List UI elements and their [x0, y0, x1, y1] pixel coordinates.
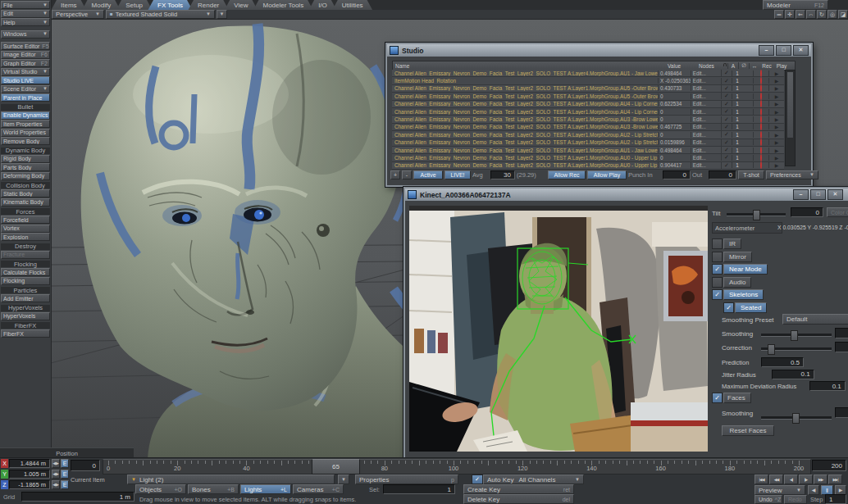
play-toggle[interactable]: ▶ — [768, 148, 784, 153]
nodes-edit-link[interactable]: Edit... — [691, 109, 710, 115]
smoothing-value-field[interactable]: 50 — [835, 328, 848, 338]
record-toggle[interactable] — [753, 93, 768, 99]
sidebar-item-surface-editor[interactable]: Surface EditorF5 — [1, 42, 50, 50]
nodes-edit-link[interactable]: Edit... — [691, 116, 710, 122]
play-toggle[interactable]: ▶ — [768, 116, 784, 122]
sidebar-item-graph-editor[interactable]: Graph EditorF2 — [1, 59, 50, 67]
minimize-icon[interactable]: – — [759, 45, 774, 56]
active-checkmark[interactable]: ✓ — [721, 139, 732, 146]
sidebar-item-file[interactable]: File▼ — [1, 1, 50, 9]
modeler-button[interactable]: ModelerF12 — [763, 0, 828, 10]
move-icon[interactable]: ✛ — [785, 10, 795, 19]
nodes-edit-link[interactable]: Edit... — [691, 162, 710, 168]
sidebar-item-world-properties[interactable]: World Properties — [1, 129, 50, 137]
kinect-titlebar[interactable]: Kinect_A00366A06472137A – □ ✕ — [405, 188, 848, 201]
footer-button--[interactable]: - — [402, 170, 412, 179]
sidebar-item-help[interactable]: Help▼ — [1, 18, 50, 26]
active-checkmark[interactable]: ✓ — [721, 70, 732, 76]
pan-left-icon[interactable]: ⇐ — [796, 10, 805, 19]
position-z-field[interactable]: -1.1865 m — [9, 480, 50, 489]
table-row[interactable]: Channel Alien_Emissary_Nevron_Demo_Facia… — [392, 116, 784, 123]
sidebar-item-image-editor[interactable]: Image EditorF6 — [1, 51, 50, 59]
minimize-icon[interactable]: – — [793, 189, 809, 200]
sidebar-item-rigid-body[interactable]: Rigid Body — [1, 155, 50, 163]
reset-faces-button[interactable]: Reset Faces — [722, 425, 774, 436]
shading-mode-dropdown[interactable]: ■ Textured Shaded Solid▼ — [106, 10, 215, 19]
play-toggle[interactable]: ▶ — [768, 101, 784, 107]
play-toggle[interactable]: ▶ — [768, 70, 784, 76]
nodes-edit-link[interactable]: Edit... — [691, 148, 710, 153]
sidebar-item-explosion[interactable]: Explosion — [1, 233, 50, 241]
objects-button[interactable]: Objects+O — [135, 484, 186, 494]
sidebar-item-vortex[interactable]: Vortex — [1, 225, 50, 233]
nodes-edit-link[interactable]: Edit... — [691, 132, 710, 138]
envelope-y-button[interactable]: E — [61, 470, 69, 479]
play-toggle[interactable]: ▶ — [768, 155, 784, 161]
active-checkmark[interactable]: ✓ — [721, 154, 732, 161]
record-toggle[interactable] — [753, 101, 768, 107]
play-reverse-button[interactable]: ◀ — [808, 485, 819, 495]
sidebar-item-forcefield[interactable]: Forcefield — [1, 216, 50, 224]
position-y-spinner[interactable]: ◀▶ — [52, 470, 60, 479]
footer-button--[interactable]: + — [390, 170, 400, 179]
footer-button-active[interactable]: Active — [413, 170, 443, 179]
table-row[interactable]: Channel Alien_Emissary_Nevron_Demo_Facia… — [392, 131, 784, 138]
sidebar-item-virtual-studio[interactable]: Virtual Studio▼ — [1, 68, 50, 76]
viewport-layout-dropdown[interactable]: ▼ — [217, 10, 227, 19]
record-toggle[interactable] — [753, 78, 768, 84]
footer-field[interactable]: 0 — [709, 170, 736, 179]
active-checkmark[interactable]: ✓ — [721, 131, 732, 138]
create-key-button[interactable]: Create Keyret — [463, 484, 574, 494]
sidebar-item-fracture[interactable]: Fracture — [1, 251, 50, 259]
ir-checkbox[interactable] — [712, 238, 723, 249]
maximize-icon[interactable]: □ — [776, 45, 791, 56]
correction-slider[interactable] — [761, 347, 832, 351]
seated-toggle-button[interactable]: Seated — [735, 302, 767, 313]
faces-checkbox[interactable]: ✓ — [712, 393, 723, 403]
nodes-edit-link[interactable]: Edit... — [691, 124, 710, 129]
table-row[interactable]: Channel Alien_Emissary_Nevron_Demo_Facia… — [392, 162, 784, 170]
play-toggle[interactable]: ▶ — [768, 78, 784, 84]
active-checkmark[interactable]: ✓ — [721, 147, 732, 153]
sidebar-item-item-properties[interactable]: Item Properties — [1, 120, 50, 128]
near-mode-checkbox[interactable]: ✓ — [712, 264, 723, 275]
sidebar-item-fiberfx[interactable]: FiberFX — [1, 329, 50, 338]
envelope-x-button[interactable]: E — [61, 459, 69, 468]
timeline-ruler[interactable]: 020406080100120140160180200 — [103, 459, 811, 474]
next-key-icon[interactable]: ▶▶ — [814, 474, 827, 484]
sidebar-item-hypervoxels[interactable]: HyperVoxels — [1, 312, 50, 320]
audio-checkbox[interactable] — [712, 277, 723, 288]
nodes-edit-link[interactable]: Edit... — [691, 155, 710, 161]
mirror-checkbox[interactable] — [712, 252, 723, 262]
properties-button[interactable]: Propertiesp — [355, 474, 458, 484]
table-row[interactable]: ItemMotion Head_RotationX -0.0250363 Y 0… — [392, 77, 784, 84]
near-mode-toggle-button[interactable]: Near Mode — [723, 264, 768, 275]
footer-button-preferences[interactable]: Preferences▼ — [766, 170, 818, 179]
active-checkmark[interactable]: ✓ — [721, 116, 732, 123]
record-toggle[interactable] — [753, 148, 768, 153]
ir-toggle-button[interactable]: IR — [723, 238, 741, 249]
table-row[interactable]: Channel Alien_Emissary_Nevron_Demo_Facia… — [392, 124, 784, 131]
slider-handle[interactable] — [768, 344, 775, 355]
footer-button-allow-play[interactable]: Allow Play — [587, 170, 627, 179]
play-toggle[interactable]: ▶ — [768, 93, 784, 99]
timeline-current-frame-handle[interactable]: 65 — [312, 459, 360, 474]
record-toggle[interactable] — [753, 162, 768, 168]
sidebar-item-parts-body[interactable]: Parts Body — [1, 163, 50, 171]
play-toggle[interactable]: ▶ — [768, 109, 784, 115]
sidebar-item-enable-dynamics[interactable]: Enable Dynamics — [1, 111, 50, 120]
position-z-spinner[interactable]: ◀▶ — [52, 480, 60, 489]
position-y-field[interactable]: 1.005 m — [9, 470, 50, 479]
active-checkmark[interactable]: ✓ — [721, 78, 732, 84]
close-icon[interactable]: ✕ — [793, 45, 809, 56]
item-list-button[interactable]: ▼ — [338, 474, 349, 484]
prediction-field[interactable]: 0.5 — [761, 357, 804, 367]
record-toggle[interactable] — [753, 109, 768, 115]
nodes-edit-link[interactable]: Edit... — [691, 70, 710, 76]
table-row[interactable]: Channel Alien_Emissary_Nevron_Demo_Facia… — [392, 154, 784, 161]
bones-button[interactable]: Bones+B — [188, 484, 239, 494]
autokey-control[interactable]: ✓ Auto Key All Channels▼ — [472, 474, 584, 484]
play-toggle[interactable]: ▶ — [768, 132, 784, 138]
sidebar-item-remove-body[interactable]: Remove Body — [1, 137, 50, 145]
pan-icon[interactable]: ⇔ — [806, 10, 816, 19]
